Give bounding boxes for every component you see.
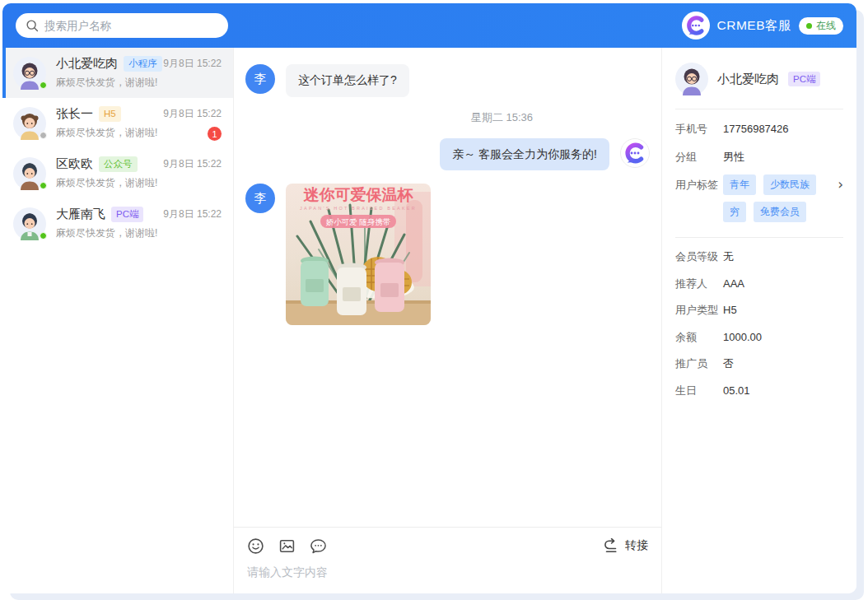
divider: [675, 237, 843, 238]
time-divider: 星期二 15:36: [300, 110, 661, 125]
field-value: 17756987426: [723, 121, 789, 137]
online-dot-icon: [806, 23, 812, 29]
field-value: 否: [723, 356, 734, 372]
field-balance: 余额 1000.00: [675, 329, 843, 346]
field-value: AAA: [723, 276, 744, 292]
message-time: 9月8日 15:22: [163, 107, 222, 121]
contact-name: 大雁南飞: [56, 207, 105, 222]
field-label: 会员等级: [675, 249, 723, 265]
user-tag[interactable]: 免费会员: [754, 202, 806, 222]
composer: 转接: [234, 527, 661, 593]
user-tag[interactable]: 穷: [723, 202, 746, 222]
field-member-level: 会员等级 无: [675, 249, 843, 265]
field-promoter: 推广员 否: [675, 356, 843, 372]
top-header: CRMEB客服 在线: [2, 3, 856, 48]
online-indicator: [40, 81, 47, 89]
quick-reply-button[interactable]: [310, 537, 327, 555]
conversation-item-dayan[interactable]: 大雁南飞 PC端 麻烦尽快发货，谢谢啦! 9月8日 15:22: [2, 198, 233, 249]
field-referrer: 推荐人 AAA: [675, 276, 843, 292]
field-value: 无: [723, 249, 734, 265]
message-time: 9月8日 15:22: [163, 57, 222, 71]
avatar-boy-green: [13, 207, 46, 240]
outgoing-message: 亲～ 客服会全力为你服务的!: [245, 138, 650, 171]
unread-count-badge: 1: [208, 127, 222, 141]
crmeb-customer-service-window: CRMEB客服 在线 小北爱吃肉 小程序 麻烦尽快发货，谢谢啦!: [2, 3, 856, 593]
image-title-text: 迷你可爱保温杯: [303, 186, 414, 203]
channel-badge: PC端: [111, 207, 143, 221]
field-label: 余额: [675, 329, 723, 346]
online-indicator: [40, 182, 47, 189]
conversation-list: 小北爱吃肉 小程序 麻烦尽快发货，谢谢啦! 9月8日 15:22 张长一 H5: [2, 48, 234, 593]
brand-area: CRMEB客服 在线: [682, 12, 843, 40]
offline-indicator: [40, 132, 47, 139]
field-label: 生日: [675, 383, 723, 399]
contact-name: 张长一: [56, 106, 93, 122]
emoji-icon: [247, 537, 264, 555]
avatar-girl-glasses: [13, 57, 46, 90]
contact-name: 小北爱吃肉: [56, 56, 118, 72]
search-box[interactable]: [16, 13, 228, 38]
status-label: 在线: [816, 19, 836, 33]
incoming-message: 李 这个订单怎么样了?: [245, 64, 650, 97]
field-user-type: 用户类型 H5: [675, 302, 843, 319]
message-preview: 麻烦尽快发货，谢谢啦!: [56, 226, 222, 240]
agent-avatar-crmeb-logo: [620, 138, 650, 168]
send-image-button[interactable]: [278, 537, 296, 555]
field-user-tags: 用户标签 青年 少数民族 穷 免费会员 ›: [675, 174, 843, 222]
channel-badge: 公众号: [99, 156, 138, 171]
divider: [675, 109, 843, 109]
field-value: H5: [723, 302, 737, 319]
field-group: 分组 男性: [675, 149, 843, 165]
image-icon: [278, 537, 296, 555]
message-preview: 麻烦尽快发货，谢谢啦!: [56, 176, 222, 190]
avatar-boy-brown: [13, 157, 46, 190]
user-profile-panel: 小北爱吃肉 PC端 手机号 17756987426 分组 男性 用户标签 青年 …: [662, 48, 856, 593]
image-tagline-text: 娇小可爱 随身携带: [326, 217, 391, 226]
profile-name: 小北爱吃肉: [717, 72, 779, 87]
contact-name: 区欧欧: [56, 156, 93, 172]
conversation-item-ouou[interactable]: 区欧欧 公众号 麻烦尽快发货，谢谢啦! 9月8日 15:22: [2, 148, 233, 198]
field-phone: 手机号 17756987426: [675, 121, 843, 137]
user-tag[interactable]: 少数民族: [763, 174, 816, 195]
transfer-label: 转接: [625, 538, 648, 553]
customer-avatar: 李: [245, 184, 275, 213]
message-input[interactable]: [234, 564, 661, 580]
field-label: 分组: [675, 149, 723, 165]
channel-badge: H5: [99, 106, 121, 121]
search-icon: [26, 19, 39, 32]
field-label: 手机号: [675, 121, 723, 137]
message-time: 9月8日 15:22: [163, 207, 222, 221]
field-label: 用户标签: [675, 174, 723, 222]
avatar-girl-buns: [13, 107, 46, 140]
message-area[interactable]: 李 这个订单怎么样了? 星期二 15:36 亲～ 客服会全力为你服务的!: [234, 48, 661, 527]
message-bubble: 亲～ 客服会全力为你服务的!: [440, 138, 609, 171]
field-birthday: 生日 05.01: [675, 383, 843, 399]
status-badge[interactable]: 在线: [799, 17, 843, 35]
profile-channel-badge: PC端: [788, 72, 820, 86]
field-value: 男性: [723, 149, 744, 165]
profile-avatar: [675, 63, 708, 95]
product-image-thermos[interactable]: 迷你可爱保温杯 JAPAN'S HOT BRAISED BEAKER 娇小可爱 …: [286, 184, 431, 325]
customer-avatar: 李: [245, 64, 275, 94]
conversation-item-xiaobei[interactable]: 小北爱吃肉 小程序 麻烦尽快发货，谢谢啦! 9月8日 15:22: [2, 48, 233, 98]
chevron-right-icon[interactable]: ›: [838, 178, 843, 192]
field-value: 05.01: [723, 383, 750, 399]
chat-bubble-dots-icon: [310, 537, 327, 555]
field-label: 用户类型: [675, 302, 723, 319]
incoming-image-message: 李: [245, 184, 650, 325]
conversation-item-zhangchangyi[interactable]: 张长一 H5 麻烦尽快发货，谢谢啦! 9月8日 15:22 1: [2, 98, 233, 148]
image-subtitle-text: JAPAN'S HOT BRAISED BEAKER: [300, 206, 417, 211]
emoji-button[interactable]: [247, 537, 264, 555]
message-time: 9月8日 15:22: [163, 157, 222, 171]
field-label: 推荐人: [675, 276, 723, 292]
message-bubble: 这个订单怎么样了?: [286, 64, 409, 97]
user-tag[interactable]: 青年: [723, 174, 756, 195]
search-input[interactable]: [44, 20, 218, 32]
chat-panel: 李 这个订单怎么样了? 星期二 15:36 亲～ 客服会全力为你服务的!: [234, 48, 662, 593]
transfer-icon: [603, 538, 619, 553]
message-preview: 麻烦尽快发货，谢谢啦!: [56, 76, 222, 90]
transfer-button[interactable]: 转接: [603, 538, 648, 553]
online-indicator: [40, 232, 47, 240]
channel-badge: 小程序: [124, 56, 162, 71]
crmeb-logo-icon: [682, 12, 710, 40]
